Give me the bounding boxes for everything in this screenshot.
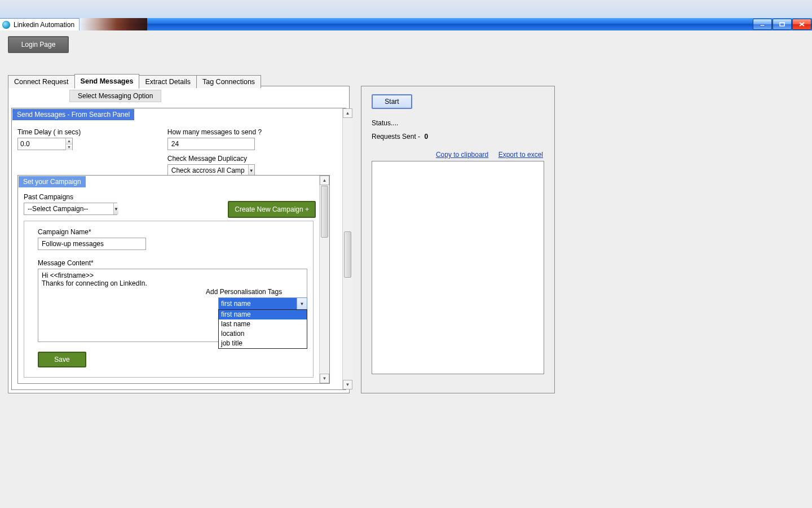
- duplicacy-label: Check Message Duplicacy: [167, 155, 332, 163]
- campaign-frame: Set your Campaign Past Campaigns ▼ Creat…: [17, 175, 330, 384]
- personalisation-combo-value[interactable]: first name: [219, 298, 297, 309]
- close-button[interactable]: [792, 19, 811, 30]
- personalisation-combo[interactable]: first name ▼: [218, 297, 307, 310]
- requests-sent-value: 0: [424, 133, 428, 141]
- export-links: Copy to clipboard Export to excel: [372, 151, 544, 159]
- col-how-many: How many messages to send ? Check Messag…: [167, 128, 332, 177]
- maximize-icon: [779, 22, 785, 27]
- close-icon: [799, 22, 805, 27]
- scroll-up-icon[interactable]: ▲: [320, 176, 329, 185]
- select-messaging-option-button[interactable]: Select Messaging Option: [69, 90, 161, 102]
- chevron-down-icon[interactable]: ▼: [297, 298, 307, 309]
- past-campaigns-combo-value[interactable]: [24, 203, 113, 214]
- tab-connect-request[interactable]: Connect Request: [8, 75, 75, 88]
- campaign-details: Campaign Name* Message Content* Save Add…: [24, 221, 314, 378]
- personalisation-option[interactable]: location: [219, 329, 307, 339]
- svg-rect-0: [760, 25, 765, 26]
- titlebar-fade: [80, 18, 147, 30]
- client-area: Login Page Connect Request Send Messages…: [0, 30, 812, 508]
- start-button[interactable]: Start: [372, 94, 412, 109]
- requests-sent-row: Requests Sent - 0: [372, 133, 544, 141]
- section-send-messages-label: Send Messages - From Search Panel: [12, 109, 134, 120]
- titlebar-left: Linkedin Automation: [0, 18, 80, 31]
- past-campaigns-col: Past Campaigns ▼: [24, 193, 228, 215]
- svg-rect-1: [780, 23, 784, 26]
- spinner-up-icon[interactable]: ▲: [66, 138, 72, 144]
- titlebar-spacer: [147, 18, 753, 30]
- personalisation-wrap: Add Personalisation Tags first name ▼ fi…: [218, 288, 307, 349]
- scroll-up-icon[interactable]: ▲: [343, 108, 352, 118]
- chevron-down-icon[interactable]: ▼: [248, 165, 254, 176]
- tab-send-messages[interactable]: Send Messages: [74, 74, 140, 89]
- past-campaigns-combo[interactable]: ▼: [24, 203, 117, 215]
- results-box: [372, 161, 544, 374]
- create-new-campaign-button[interactable]: Create New Campaign +: [228, 201, 316, 218]
- section-campaign-label: Set your Campaign: [19, 176, 86, 187]
- tab-extract-details[interactable]: Extract Details: [139, 75, 197, 88]
- campaign-name-label: Campaign Name*: [38, 228, 304, 236]
- right-panel: Start Status.... Requests Sent - 0 Copy …: [361, 86, 555, 393]
- export-to-excel-link[interactable]: Export to excel: [498, 151, 543, 159]
- status-label: Status....: [372, 119, 544, 127]
- window-controls: [753, 18, 812, 30]
- scroll-thumb[interactable]: [344, 231, 351, 278]
- personalisation-dropdown-list: first name last name location job title: [218, 309, 307, 349]
- form-frame: Send Messages - From Search Panel Time D…: [11, 108, 346, 390]
- save-button[interactable]: Save: [38, 352, 86, 367]
- how-many-input[interactable]: [167, 138, 255, 150]
- col-time-delay: Time Delay ( in secs) ▲ ▼: [17, 128, 167, 177]
- chevron-down-icon[interactable]: ▼: [113, 203, 118, 214]
- left-panel: Select Messaging Option Send Messages - …: [8, 86, 350, 393]
- copy-to-clipboard-link[interactable]: Copy to clipboard: [436, 151, 488, 159]
- tabstrip: Connect Request Send Messages Extract De…: [8, 73, 261, 88]
- form-scrollbar[interactable]: ▲ ▼: [342, 108, 352, 389]
- time-delay-label: Time Delay ( in secs): [17, 128, 167, 136]
- app-icon: [2, 21, 10, 29]
- minimize-icon: [760, 22, 765, 27]
- personalisation-option[interactable]: first name: [219, 310, 307, 319]
- scroll-down-icon[interactable]: ▼: [343, 380, 352, 389]
- minimize-button[interactable]: [753, 19, 772, 30]
- scroll-down-icon[interactable]: ▼: [320, 374, 329, 383]
- spinner-down-icon[interactable]: ▼: [66, 144, 72, 150]
- scroll-thumb[interactable]: [321, 186, 328, 238]
- past-campaigns-label: Past Campaigns: [24, 193, 228, 201]
- personalisation-option[interactable]: last name: [219, 319, 307, 329]
- campaign-name-input[interactable]: [38, 238, 146, 250]
- browser-chrome-strip: [0, 0, 812, 18]
- window-titlebar: Linkedin Automation: [0, 18, 812, 30]
- time-delay-spinner-buttons: ▲ ▼: [65, 138, 72, 150]
- login-page-button[interactable]: Login Page: [8, 36, 69, 53]
- how-many-label: How many messages to send ?: [167, 128, 332, 136]
- app-title: Linkedin Automation: [14, 21, 74, 29]
- maximize-button[interactable]: [773, 19, 792, 30]
- create-campaign-col: Create New Campaign +: [228, 193, 316, 218]
- time-delay-spinner[interactable]: ▲ ▼: [17, 138, 73, 150]
- campaign-scrollbar[interactable]: ▲ ▼: [319, 176, 329, 383]
- message-content-label: Message Content*: [38, 259, 304, 267]
- requests-sent-label: Requests Sent -: [372, 133, 420, 141]
- tab-tag-connections[interactable]: Tag Connections: [196, 75, 261, 88]
- form-row-top: Time Delay ( in secs) ▲ ▼ How many messa…: [12, 120, 346, 177]
- past-campaigns-row: Past Campaigns ▼ Create New Campaign +: [18, 187, 329, 218]
- time-delay-input[interactable]: [18, 138, 65, 150]
- duplicacy-combo-value[interactable]: [168, 165, 248, 176]
- personalisation-option[interactable]: job title: [219, 339, 307, 348]
- personalisation-label: Add Personalisation Tags: [206, 288, 307, 296]
